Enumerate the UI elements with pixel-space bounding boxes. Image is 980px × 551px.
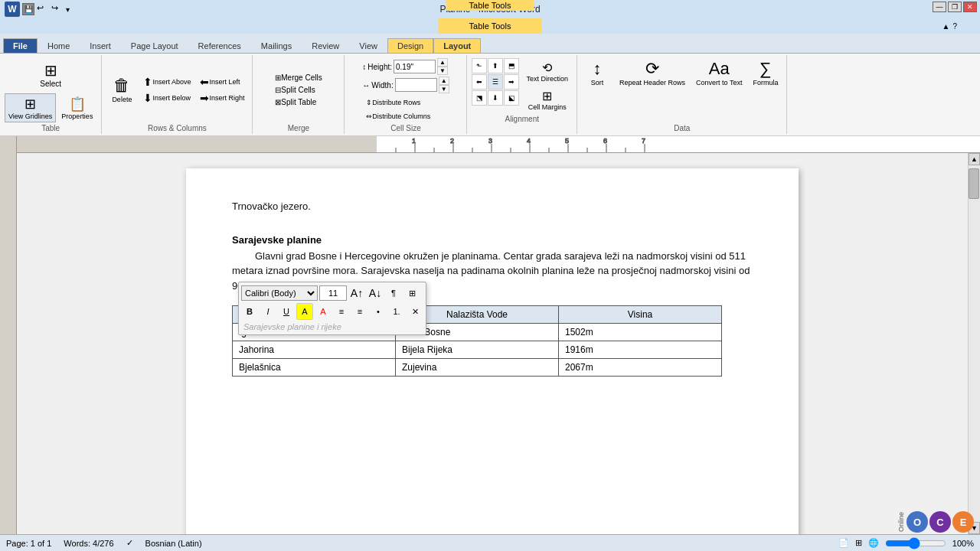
table-cell-1-1[interactable]: Bijela Rijeka (396, 341, 559, 359)
formula-button[interactable]: ∑ Formula (749, 57, 782, 89)
scroll-up-btn[interactable]: ▲ (969, 153, 980, 165)
insert-left-button[interactable]: ⬅ Insert Left (197, 74, 247, 90)
align-top-left-btn[interactable]: ⬑ (472, 58, 487, 73)
sort-icon: ↕ (593, 59, 602, 79)
collapse-ribbon-btn[interactable]: ▲ (942, 22, 950, 31)
distribute-rows-button[interactable]: ⇕ Distribute Rows (362, 96, 424, 109)
view-print-btn[interactable]: 📄 (838, 538, 849, 548)
num-list-btn[interactable]: 1. (388, 303, 405, 320)
align-top-right-btn[interactable]: ⬒ (504, 58, 519, 73)
table-cell-2-1[interactable]: Zujevina (396, 359, 559, 377)
vertical-scrollbar[interactable]: ▲ ▼ (968, 153, 980, 534)
font-shrink-btn[interactable]: A↓ (367, 285, 384, 302)
zoom-level: 100% (952, 539, 974, 548)
alignment-grid: ⬑ ⬆ ⬒ ⬅ ☰ ➡ ⬔ ⬇ ⬕ (472, 58, 519, 106)
underline-btn[interactable]: U (278, 303, 295, 320)
scroll-track[interactable] (969, 165, 980, 522)
sort-button[interactable]: ↕ Sort (582, 57, 612, 89)
align-para-btn[interactable]: ¶ (385, 285, 402, 302)
table-row: BjelašnicaZujevina2067m (233, 359, 722, 377)
distribute-columns-button[interactable]: ⇔ Distribute Columns (362, 110, 434, 122)
mini-toolbar: Calibri (Body) A↑ A↓ ¶ ⊞ B I (238, 282, 426, 335)
tab-view[interactable]: View (349, 38, 387, 53)
o-circle[interactable]: O (906, 511, 928, 533)
height-down-btn[interactable]: ▼ (437, 67, 448, 75)
scroll-thumb[interactable] (969, 168, 979, 199)
insert-below-button[interactable]: ⬇ Insert Below (140, 90, 194, 106)
split-table-button[interactable]: ⊠ Split Table (272, 96, 325, 108)
align-bottom-center-btn[interactable]: ⬇ (488, 90, 503, 106)
zoom-slider[interactable] (885, 537, 946, 549)
close-button[interactable]: ✕ (963, 2, 977, 12)
redo-icon[interactable]: ↪ (51, 3, 64, 15)
align-bottom-left-btn[interactable]: ⬔ (472, 90, 487, 106)
document-scroll-area[interactable]: Calibri (Body) A↑ A↓ ¶ ⊞ B I (17, 153, 968, 534)
view-gridlines-button[interactable]: ⊞ View Gridlines (5, 93, 56, 122)
tab-design[interactable]: Design (387, 38, 433, 53)
align-middle-left-btn[interactable]: ⬅ (472, 74, 487, 90)
tab-mailings[interactable]: Mailings (251, 38, 302, 53)
highlight-btn[interactable]: A (296, 303, 313, 320)
align-top-center-btn[interactable]: ⬆ (488, 58, 503, 73)
table-cell-0-2[interactable]: 1502m (559, 324, 722, 341)
view-fullscreen-btn[interactable]: ⊞ (855, 538, 862, 548)
table-cell-2-2[interactable]: 2067m (559, 359, 722, 377)
help-btn[interactable]: ? (952, 22, 957, 31)
insert-above-button[interactable]: ⬆ Insert Above (140, 74, 194, 90)
tab-page-layout[interactable]: Page Layout (121, 38, 188, 53)
table-tools-label: Table Tools (446, 0, 534, 11)
width-down-btn[interactable]: ▼ (439, 85, 449, 93)
outdent-btn[interactable]: ≡ (351, 303, 368, 320)
e-circle[interactable]: E (952, 511, 974, 533)
indent-btn[interactable]: ≡ (333, 303, 350, 320)
font-color-btn[interactable]: A (315, 303, 332, 320)
properties-button[interactable]: 📋 Properties (57, 93, 96, 122)
tab-references[interactable]: References (188, 38, 251, 53)
tab-home[interactable]: Home (38, 38, 80, 53)
table-cell-1-2[interactable]: 1916m (559, 341, 722, 359)
table-cell-1-0[interactable]: Jahorina (233, 341, 396, 359)
qa-more-icon[interactable]: ▾ (66, 5, 70, 14)
italic-btn[interactable]: I (260, 303, 276, 320)
cell-margins-button[interactable]: ⊞ Cell Margins (522, 86, 572, 113)
insert-right-button[interactable]: ➡ Insert Right (197, 90, 247, 106)
c-circle[interactable]: C (929, 511, 951, 533)
undo-icon[interactable]: ↩ (37, 3, 49, 15)
tab-insert[interactable]: Insert (80, 38, 121, 53)
text-direction-button[interactable]: ⟲ Text Direction (522, 58, 572, 85)
split-cells-button[interactable]: ⊟ Split Cells (272, 84, 325, 96)
restore-button[interactable]: ❐ (948, 2, 962, 12)
language-indicator[interactable]: Bosnian (Latin) (145, 539, 202, 548)
ribbon-group-cell-size: ↕ Height: ▲ ▼ ↔ Width: ▲ (345, 55, 467, 134)
style-btn[interactable]: ⊞ (403, 285, 420, 302)
save-icon[interactable]: 💾 (22, 3, 34, 15)
width-input[interactable] (395, 78, 437, 92)
ribbon: ⊞ Select ⊞ View Gridlines 📋 Properties T… (0, 54, 980, 136)
merge-cells-button[interactable]: ⊞ Merge Cells (272, 72, 325, 83)
height-input[interactable] (394, 60, 436, 73)
font-grow-btn[interactable]: A↑ (348, 285, 365, 302)
select-button[interactable]: ⊞ Select (31, 59, 70, 90)
repeat-header-rows-button[interactable]: ⟳ Repeat Header Rows (616, 57, 689, 89)
bullet-btn[interactable]: • (370, 303, 387, 320)
tab-layout[interactable]: Layout (433, 38, 481, 53)
clear-format-btn[interactable]: ✕ (407, 303, 423, 320)
oce-badge: Online O C E (897, 511, 974, 533)
view-web-btn[interactable]: 🌐 (868, 538, 879, 548)
align-middle-center-btn[interactable]: ☰ (488, 74, 503, 90)
minimize-button[interactable]: — (933, 2, 946, 12)
align-bottom-right-btn[interactable]: ⬕ (504, 90, 519, 106)
mini-toolbar-font-select[interactable]: Calibri (Body) (241, 285, 318, 301)
width-up-btn[interactable]: ▲ (439, 77, 449, 85)
delete-button[interactable]: 🗑 Delete (106, 73, 137, 106)
ruler: 1 2 3 4 5 6 7 (17, 136, 980, 153)
convert-to-text-button[interactable]: Aa Convert to Text (692, 57, 746, 89)
title-bar: W 💾 ↩ ↪ ▾ Planine - Microsoft Word Table… (0, 0, 980, 18)
align-middle-right-btn[interactable]: ➡ (504, 74, 519, 90)
mini-toolbar-size-input[interactable] (319, 285, 347, 301)
tab-file[interactable]: File (3, 38, 38, 53)
table-cell-2-0[interactable]: Bjelašnica (233, 359, 396, 377)
bold-btn[interactable]: B (241, 303, 258, 320)
tab-review[interactable]: Review (302, 38, 349, 53)
height-up-btn[interactable]: ▲ (437, 58, 448, 67)
